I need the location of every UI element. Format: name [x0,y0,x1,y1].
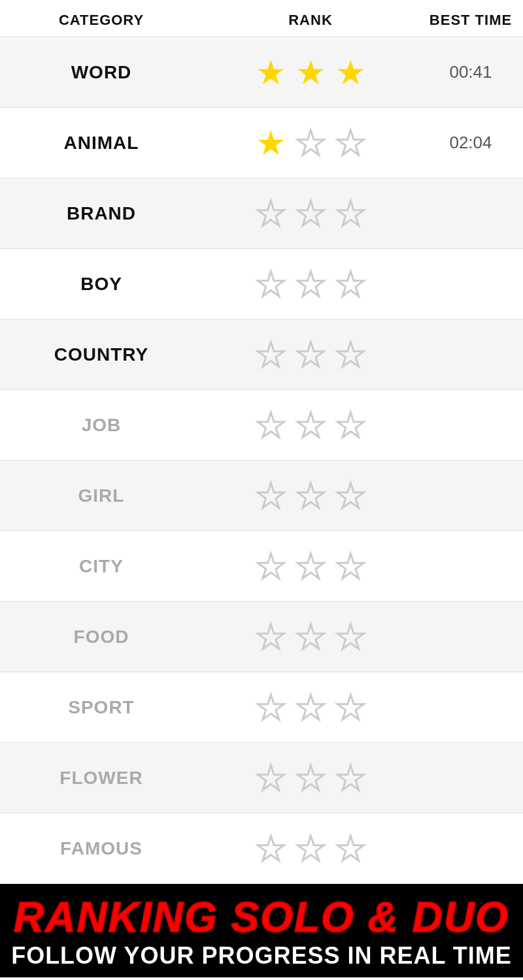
stars-girl: ★★★ [203,479,418,513]
table-row[interactable]: BRAND★★★ [0,178,523,249]
star-empty-icon: ★ [335,549,366,583]
star-empty-icon: ★ [256,408,286,442]
star-empty-icon: ★ [295,197,326,231]
header-best-time: BEST TIME [418,12,523,29]
category-label-flower: FLOWER [0,768,203,789]
stars-brand: ★★★ [203,197,418,231]
stars-animal: ★★★ [203,126,418,160]
header-rank: RANK [203,12,418,29]
star-empty-icon: ★ [295,620,326,654]
table-row[interactable]: ANIMAL★★★02:04 [0,108,523,178]
stars-city: ★★★ [203,549,418,583]
stars-word: ★★★ [203,56,418,90]
rows-container: WORD★★★00:41ANIMAL★★★02:04BRAND★★★BOY★★★… [0,37,523,884]
stars-country: ★★★ [203,338,418,372]
category-label-sport: SPORT [0,697,203,718]
table-row[interactable]: COUNTRY★★★ [0,319,523,390]
star-empty-icon: ★ [256,832,286,866]
banner-line2: FOLLOW YOUR PROGRESS IN REAL TIME [7,942,516,970]
star-empty-icon: ★ [335,620,366,654]
star-empty-icon: ★ [256,620,286,654]
star-empty-icon: ★ [256,691,286,725]
table-header: CATEGORY RANK BEST TIME [0,0,523,37]
category-label-animal: ANIMAL [0,133,203,154]
star-empty-icon: ★ [335,126,366,160]
category-label-city: CITY [0,556,203,577]
star-empty-icon: ★ [256,267,286,301]
star-filled-icon: ★ [256,126,286,160]
category-label-word: WORD [0,62,203,83]
star-empty-icon: ★ [335,761,366,795]
stars-food: ★★★ [203,620,418,654]
star-empty-icon: ★ [295,479,326,513]
best-time-word: 00:41 [418,62,523,82]
star-empty-icon: ★ [256,338,286,372]
star-empty-icon: ★ [295,126,326,160]
table-row[interactable]: WORD★★★00:41 [0,37,523,108]
star-empty-icon: ★ [295,549,326,583]
table-row[interactable]: SPORT★★★ [0,672,523,743]
star-empty-icon: ★ [295,691,326,725]
bottom-banner: RANKING SOLO & DUO FOLLOW YOUR PROGRESS … [0,884,523,977]
star-empty-icon: ★ [295,338,326,372]
stars-sport: ★★★ [203,691,418,725]
star-empty-icon: ★ [335,197,366,231]
table-row[interactable]: CITY★★★ [0,531,523,602]
star-empty-icon: ★ [295,267,326,301]
star-empty-icon: ★ [256,549,286,583]
category-label-famous: FAMOUS [0,838,203,859]
table-row[interactable]: FAMOUS★★★ [0,813,523,884]
star-empty-icon: ★ [335,408,366,442]
category-label-girl: GIRL [0,485,203,506]
category-label-food: FOOD [0,627,203,647]
banner-line1: RANKING SOLO & DUO [7,896,516,939]
star-empty-icon: ★ [295,832,326,866]
header-category: CATEGORY [0,12,203,29]
star-empty-icon: ★ [335,267,366,301]
stars-boy: ★★★ [203,267,418,301]
star-empty-icon: ★ [335,691,366,725]
star-empty-icon: ★ [335,338,366,372]
category-label-job: JOB [0,415,203,436]
star-filled-icon: ★ [295,56,326,90]
star-empty-icon: ★ [256,197,286,231]
table-row[interactable]: FOOD★★★ [0,602,523,672]
table-row[interactable]: GIRL★★★ [0,461,523,531]
table-row[interactable]: FLOWER★★★ [0,743,523,813]
table-row[interactable]: JOB★★★ [0,390,523,461]
table-row[interactable]: BOY★★★ [0,249,523,319]
stars-job: ★★★ [203,408,418,442]
star-empty-icon: ★ [295,761,326,795]
star-empty-icon: ★ [256,479,286,513]
category-label-boy: BOY [0,274,203,295]
star-empty-icon: ★ [256,761,286,795]
star-empty-icon: ★ [335,479,366,513]
category-label-brand: BRAND [0,203,203,224]
category-label-country: COUNTRY [0,344,203,365]
star-empty-icon: ★ [335,832,366,866]
best-time-animal: 02:04 [418,133,523,153]
star-empty-icon: ★ [295,408,326,442]
star-filled-icon: ★ [335,56,366,90]
stars-famous: ★★★ [203,832,418,866]
stars-flower: ★★★ [203,761,418,795]
star-filled-icon: ★ [256,56,286,90]
